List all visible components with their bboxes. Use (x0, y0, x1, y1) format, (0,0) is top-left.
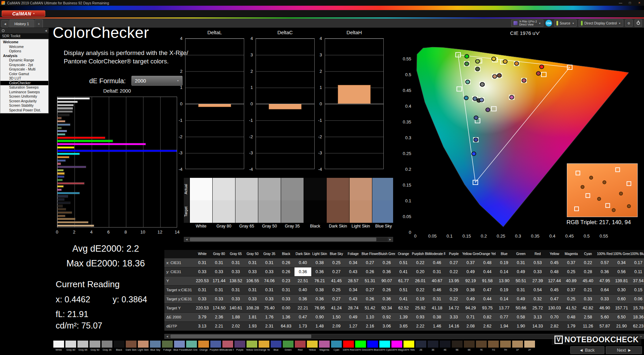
cell[interactable]: 0.57 (596, 258, 613, 267)
cell[interactable]: 1.79 (563, 321, 580, 331)
cell[interactable]: 0.31 (244, 258, 261, 267)
cell[interactable]: 90.07 (378, 276, 395, 285)
cell[interactable]: 40.89 (563, 276, 580, 285)
cell[interactable]: 50.51 (513, 276, 529, 285)
cell[interactable]: 0.36 (378, 267, 395, 276)
cell[interactable]: 0.45 (546, 258, 563, 267)
cell[interactable]: 14.16 (445, 321, 462, 331)
sidebar-item-color-gamut[interactable]: Color Gamut (0, 72, 48, 77)
cell[interactable]: 0.00 (278, 303, 294, 312)
cell[interactable]: 0.29 (445, 285, 462, 294)
cell[interactable]: 1.50 (328, 312, 345, 321)
patch-purple[interactable]: Purple (234, 340, 246, 355)
cell[interactable]: 139.81 (613, 276, 630, 285)
cell[interactable]: 3.13 (529, 312, 546, 321)
cell[interactable]: 1.76 (261, 312, 278, 321)
cell[interactable]: 0.33 (261, 294, 278, 303)
cell[interactable]: 0.36 (294, 294, 311, 303)
cell[interactable]: 0.22 (445, 294, 462, 303)
cell[interactable]: 93.75 (479, 303, 496, 312)
cell[interactable]: 15.78 (630, 303, 644, 312)
cell[interactable]: 13.77 (496, 303, 513, 312)
cell[interactable]: 2.31 (261, 321, 278, 331)
cell[interactable]: 2.36 (211, 312, 227, 321)
cell[interactable]: 92.34 (378, 303, 395, 312)
patch-2f[interactable]: 2F (524, 340, 536, 355)
calman-logo-menu[interactable]: CalMAN ▾ (2, 10, 45, 17)
patch-dark-skin[interactable]: Dark Skin (125, 340, 137, 355)
next-button[interactable]: Next ▶ (606, 346, 642, 354)
scroll-right-icon[interactable]: ▶ (388, 237, 393, 242)
cell[interactable]: 51.42 (362, 303, 378, 312)
patch-yellow-green[interactable]: Yellow Green (246, 340, 258, 355)
cell[interactable]: 108.28 (244, 303, 261, 312)
power-button[interactable] (635, 19, 642, 27)
cell[interactable]: 0.38 (311, 285, 328, 294)
cell[interactable]: 41.52 (563, 303, 580, 312)
patch-7g[interactable]: 7G (487, 340, 499, 355)
cell[interactable]: 0.33 (227, 294, 244, 303)
history-back-button[interactable]: ◀ (1, 20, 9, 28)
cell[interactable]: 0.37 (563, 258, 580, 267)
cell[interactable]: 62.23 (630, 321, 644, 331)
cell[interactable]: 91.58 (479, 276, 496, 285)
cell[interactable]: 0.25 (563, 294, 580, 303)
cell[interactable]: 0.22 (412, 258, 429, 267)
cell[interactable]: 138.52 (227, 276, 244, 285)
cell[interactable]: 0.49 (462, 294, 479, 303)
cell[interactable]: 0.19 (496, 285, 513, 294)
cell[interactable]: 3.13 (194, 321, 211, 331)
close-icon[interactable]: × (635, 1, 644, 5)
meter-selector[interactable]: X-Rite i1Pro 2 Direct View ▼ (511, 19, 543, 27)
cell[interactable]: 0.38 (429, 312, 445, 321)
cell[interactable]: 174.50 (211, 303, 227, 312)
patch-blue-sky[interactable]: Blue Sky (149, 340, 161, 355)
cell[interactable]: 40.67 (429, 276, 445, 285)
cell[interactable]: 0.34 (613, 258, 630, 267)
cell[interactable]: 0.92 (378, 312, 395, 321)
cell[interactable]: 0.27 (328, 267, 345, 276)
scrollbar-thumb[interactable] (170, 335, 311, 338)
patch-light-skin[interactable]: Light Skin (137, 340, 149, 355)
patch-100-yellow[interactable]: 100% Yellow (403, 340, 415, 355)
cell[interactable]: 0.47 (546, 294, 563, 303)
patch-gray-50[interactable]: Gray 50 (89, 340, 101, 355)
patch-blue[interactable]: Blue (270, 340, 282, 355)
cell[interactable]: 25.72 (529, 303, 546, 312)
cell[interactable]: 0.25 (328, 285, 345, 294)
patch-7e[interactable]: 7E (475, 340, 487, 355)
patch-purplish-blue[interactable]: Purplish Blue (210, 340, 222, 355)
cell[interactable]: 0.56 (613, 267, 630, 276)
settings-button[interactable]: ⚙ (625, 19, 633, 27)
cell[interactable]: 0.36 (294, 267, 311, 276)
patch-white[interactable]: White (53, 340, 65, 355)
status-badge[interactable]: 134 (545, 20, 552, 27)
cell[interactable]: 0.45 (546, 285, 563, 294)
cell[interactable]: 0.31 (227, 285, 244, 294)
cell[interactable]: 0.33 (211, 267, 227, 276)
cell[interactable]: 42.82 (580, 303, 596, 312)
patch-1f[interactable]: 1F (512, 340, 524, 355)
cell[interactable]: 0.33 (278, 294, 294, 303)
cell[interactable]: 0.82 (479, 312, 496, 321)
patch-black[interactable]: Black (113, 340, 125, 355)
cell[interactable]: 2.08 (462, 321, 479, 331)
cell[interactable]: 0.31 (513, 285, 529, 294)
cell[interactable]: 0.48 (546, 267, 563, 276)
cell[interactable]: 57.87 (596, 321, 613, 331)
patch-magenta[interactable]: Magenta (318, 340, 330, 355)
cell[interactable]: 220.53 (194, 276, 211, 285)
cell[interactable]: 0.31 (211, 285, 227, 294)
cell[interactable]: 0.33 (211, 294, 227, 303)
minimize-icon[interactable]: — (616, 1, 625, 5)
sidebar-item-dynamic-range[interactable]: Dynamic Range (0, 58, 48, 63)
cell[interactable]: 1.88 (227, 312, 244, 321)
cell[interactable]: 45.40 (580, 276, 596, 285)
swatch-scrollbar[interactable]: ◀ ▶ (184, 237, 393, 242)
cell[interactable]: 2.82 (546, 321, 563, 331)
cell[interactable]: 46.90 (596, 303, 613, 312)
cell[interactable]: 0.27 (445, 258, 462, 267)
cell[interactable]: 37.54 (630, 276, 644, 285)
cell[interactable]: 41.18 (429, 303, 445, 312)
cell[interactable]: 22.21 (294, 303, 311, 312)
